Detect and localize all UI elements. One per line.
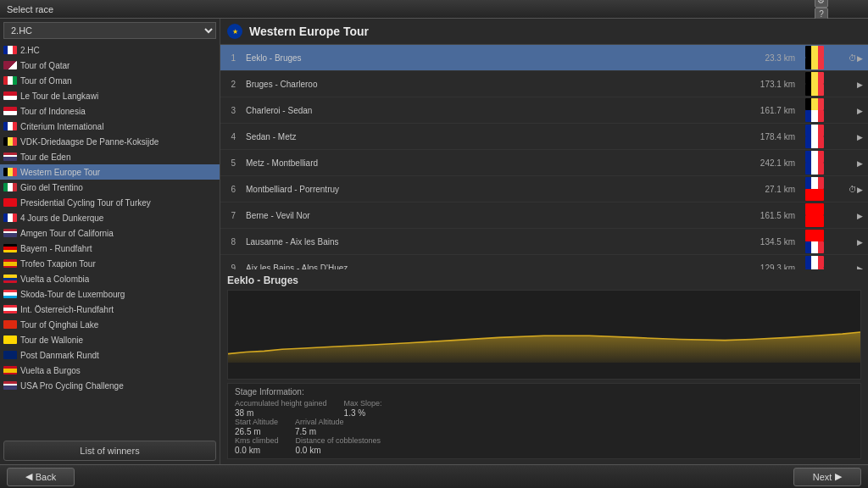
stage-info-row2: Start Altitude 26.5 m Arrival Altitude 7… [235, 418, 854, 436]
list-of-winners-button[interactable]: List of winners [3, 441, 216, 461]
race-list-item[interactable]: Vuelta a Burgos [0, 363, 220, 378]
race-flag-icon [3, 290, 17, 298]
left-panel: 2.HC 2.1 1.HC 2.HCTour of QatarTour of O… [0, 19, 220, 464]
race-list-item[interactable]: Tour of Oman [0, 73, 220, 88]
table-row[interactable]: 8Lausanne - Aix les Bains134.5 km▶ [220, 229, 868, 255]
stage-table: 1Eeklo - Bruges23.3 km⏱▶2Bruges - Charle… [220, 45, 868, 269]
table-row[interactable]: 2Bruges - Charleroo173.1 km▶ [220, 71, 868, 97]
cobblestones-cell: Distance of cobblestones 0.0 km [296, 436, 381, 455]
settings-icon[interactable]: ⚙ [815, 0, 828, 8]
stage-nav-icon[interactable]: ▶ [857, 159, 863, 168]
race-item-label: Le Tour de Langkawi [20, 92, 98, 101]
race-list-item[interactable]: Post Danmark Rundt [0, 347, 220, 363]
race-list-item[interactable]: Amgen Tour of California [0, 225, 220, 241]
race-list-item[interactable]: Western Europe Tour [0, 164, 220, 180]
table-row[interactable]: 3Charleroi - Sedan161.7 km▶ [220, 97, 868, 124]
tour-header: ★ Western Europe Tour [220, 19, 868, 45]
stage-distance: 161.5 km [741, 202, 800, 229]
stage-distance: 134.5 km [741, 229, 800, 255]
race-flag-icon [3, 46, 17, 54]
race-item-label: 4 Jours de Dunkerque [20, 214, 103, 223]
accumulated-height-cell: Accumulated height gained 38 m [235, 399, 327, 418]
table-row[interactable]: 9Aix les Bains - Alps D'Huez129.3 km▶ [220, 255, 868, 270]
table-row[interactable]: 6Montbelliard - Porrentruy27.1 km⏱▶ [220, 176, 868, 202]
tour-flag-icon: ★ [227, 24, 242, 39]
race-list-item[interactable]: Int. Österreich-Rundfahrt [0, 302, 220, 317]
race-flag-icon [3, 107, 17, 115]
race-list-item[interactable]: 2.HC [0, 42, 220, 58]
race-item-label: Amgen Tour of California [20, 229, 114, 238]
stage-preview-area: Eeklo - Bruges [220, 269, 868, 464]
race-list-item[interactable]: USA Pro Cycling Challenge [0, 378, 220, 393]
race-list-item[interactable]: Presidential Cycling Tour of Turkey [0, 195, 220, 210]
stage-nav-icon[interactable]: ▶ [857, 80, 863, 89]
race-list-item[interactable]: Tour of Qinghai Lake [0, 317, 220, 332]
max-slope-label: Max Slope: [344, 399, 382, 408]
stage-nav-icon[interactable]: ▶ [857, 238, 863, 247]
race-flag-icon [3, 320, 17, 329]
stage-end-flag [805, 84, 824, 96]
race-flag-icon [3, 92, 17, 100]
stage-end-flag [805, 163, 824, 175]
race-list-item[interactable]: Skoda-Tour de Luxembourg [0, 286, 220, 302]
race-flag-icon [3, 259, 17, 268]
race-item-label: Tour of Qinghai Lake [20, 320, 98, 330]
stage-flags [800, 97, 843, 124]
table-row[interactable]: 1Eeklo - Bruges23.3 km⏱▶ [220, 45, 868, 71]
race-list-item[interactable]: Criterium International [0, 119, 220, 134]
stage-nav-icon[interactable]: ▶ [857, 186, 863, 194]
stage-start-flag [805, 98, 824, 110]
race-list-item[interactable]: Bayern - Rundfahrt [0, 241, 220, 256]
table-row[interactable]: 5Metz - Montbelliard242.1 km▶ [220, 150, 868, 176]
stage-nav-icon[interactable]: ▶ [857, 133, 863, 141]
race-list-item[interactable]: Tour of Qatar [0, 58, 220, 73]
stage-end-flag [805, 136, 824, 148]
race-list-item[interactable]: Tour of Indonesia [0, 103, 220, 119]
race-flag-icon [3, 198, 17, 207]
stage-nav-icon[interactable]: ▶ [857, 212, 863, 220]
stage-flags [800, 255, 843, 270]
bottom-bar: ◀ Back Next ▶ [0, 464, 868, 488]
race-list: 2.HCTour of QatarTour of OmanLe Tour de … [0, 42, 220, 437]
table-row[interactable]: 4Sedan - Metz178.4 km▶ [220, 124, 868, 150]
race-item-label: Skoda-Tour de Luxembourg [20, 290, 125, 299]
race-item-label: Giro del Trentino [20, 183, 83, 192]
race-item-label: Trofeo Txapion Tour [20, 259, 96, 269]
race-list-item[interactable]: Tour de Wallonie [0, 332, 220, 347]
race-flag-icon [3, 381, 17, 390]
race-list-item[interactable]: Trofeo Txapion Tour [0, 256, 220, 271]
race-list-item[interactable]: Giro del Trentino [0, 180, 220, 195]
race-list-item[interactable]: Le Tour de Langkawi [0, 88, 220, 103]
stage-start-flag [805, 177, 824, 189]
race-list-item[interactable]: 4 Jours de Dunkerque [0, 210, 220, 225]
clock-icon: ⏱ [849, 185, 857, 194]
arrival-altitude-cell: Arrival Altitude 7.5 m [295, 418, 344, 436]
race-list-item[interactable]: VDK-Driedaagse De Panne-Koksijde [0, 134, 220, 149]
race-list-item[interactable]: Vuelta a Colombia [0, 271, 220, 286]
right-panel: ★ Western Europe Tour 1Eeklo - Bruges23.… [220, 19, 868, 464]
next-icon: ▶ [835, 471, 842, 482]
stage-nav-icon[interactable]: ▶ [857, 107, 863, 115]
stage-distance: 27.1 km [741, 176, 800, 202]
next-button[interactable]: Next ▶ [793, 468, 861, 486]
elevation-svg [228, 291, 860, 363]
race-item-label: Vuelta a Colombia [20, 274, 89, 284]
stage-number: 8 [220, 229, 241, 255]
stage-start-flag [805, 46, 824, 58]
stage-flags [800, 45, 843, 71]
stage-nav-icon[interactable]: ▶ [857, 54, 863, 63]
stage-number: 2 [220, 71, 241, 97]
table-row[interactable]: 7Berne - Vevil Nor161.5 km▶ [220, 202, 868, 229]
stage-start-flag [805, 203, 824, 215]
stage-name: Bruges - Charleroo [241, 71, 741, 97]
stage-flags [800, 176, 843, 202]
accumulated-height-label: Accumulated height gained [235, 399, 327, 408]
race-category-dropdown[interactable]: 2.HC 2.1 1.HC [3, 22, 216, 39]
back-button[interactable]: ◀ Back [7, 468, 75, 486]
stage-end-flag [805, 189, 824, 201]
stage-info-row3: Kms climbed 0.0 km Distance of cobblesto… [235, 436, 854, 455]
stage-start-flag [805, 230, 824, 241]
stage-number: 7 [220, 202, 241, 229]
stage-start-flag [805, 72, 824, 84]
race-list-item[interactable]: Tour de Eden [0, 149, 220, 164]
